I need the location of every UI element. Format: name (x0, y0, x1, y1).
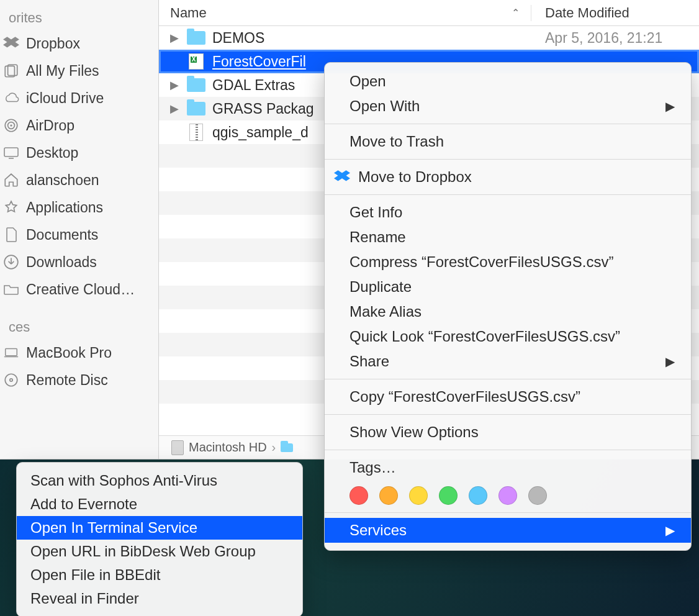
tag-color-dot[interactable] (350, 486, 368, 505)
zip-file-icon (189, 124, 203, 141)
tag-color-dot[interactable] (498, 486, 517, 505)
sidebar-item-all-files[interactable]: All My Files (0, 57, 158, 84)
column-header-date[interactable]: Date Modified (531, 5, 699, 21)
sidebar-item-label: Downloads (26, 254, 152, 271)
svg-rect-7 (6, 349, 17, 356)
tag-color-row (325, 480, 691, 507)
laptop-icon (2, 344, 20, 361)
sidebar-item-folder[interactable]: Creative Cloud… (0, 276, 158, 303)
sidebar-item-label: Creative Cloud… (26, 281, 152, 298)
chevron-right-icon: ▶ (665, 99, 675, 114)
menu-separator (325, 124, 691, 124)
hard-disk-icon (171, 440, 184, 455)
tag-color-dot[interactable] (379, 486, 398, 505)
menu-separator (325, 159, 691, 160)
ctx-open-with[interactable]: Open With▶ (325, 94, 691, 119)
ctx-copy[interactable]: Copy “ForestCoverFilesUSGS.csv” (325, 384, 691, 409)
column-header-name[interactable]: Name ⌃ (159, 5, 531, 21)
disclosure-triangle-icon[interactable]: ▶ (170, 78, 186, 92)
ctx-services[interactable]: Services▶ (325, 518, 691, 543)
apps-icon (2, 199, 20, 216)
service-item[interactable]: Reveal in Finder (17, 587, 302, 610)
downloads-icon (2, 253, 20, 271)
sort-ascending-icon: ⌃ (512, 7, 520, 19)
disclosure-triangle-icon[interactable]: ▶ (170, 31, 186, 45)
sidebar-item-home[interactable]: alanschoen (0, 166, 158, 194)
tag-color-dot[interactable] (439, 486, 458, 505)
airdrop-icon (2, 117, 20, 134)
all-files-icon (2, 62, 20, 79)
sidebar: orites DropboxAll My FilesiCloud DriveAi… (0, 0, 159, 459)
ctx-move-to-trash[interactable]: Move to Trash (325, 129, 691, 154)
tag-color-dot[interactable] (528, 486, 547, 505)
file-date-label: Apr 5, 2016, 21:21 (531, 30, 699, 47)
service-item[interactable]: Open URL in BibDesk Web Group (17, 540, 302, 563)
docs-icon (2, 226, 20, 243)
menu-separator (325, 450, 691, 450)
service-item[interactable]: Scan with Sophos Anti-Virus (17, 469, 302, 492)
dropbox-icon (333, 170, 351, 184)
sidebar-item-label: Applications (26, 199, 152, 216)
menu-separator (325, 194, 691, 195)
sidebar-item-label: Desktop (26, 145, 152, 161)
context-menu: Open Open With▶ Move to Trash Move to Dr… (324, 62, 692, 551)
service-item[interactable]: Open In Terminal Service (17, 516, 302, 540)
ctx-quick-look[interactable]: Quick Look “ForestCoverFilesUSGS.csv” (325, 324, 691, 349)
ctx-duplicate[interactable]: Duplicate (325, 274, 691, 299)
services-submenu: Scan with Sophos Anti-VirusAdd to Everno… (16, 462, 303, 616)
ctx-move-to-dropbox[interactable]: Move to Dropbox (325, 165, 691, 189)
disc-icon (2, 371, 20, 389)
sidebar-item-apps[interactable]: Applications (0, 194, 158, 221)
ctx-share[interactable]: Share▶ (325, 349, 691, 374)
svg-point-4 (10, 124, 12, 126)
folder-icon (2, 281, 20, 298)
sidebar-item-label: Dropbox (26, 35, 152, 52)
menu-separator (325, 512, 691, 513)
chevron-right-icon: ▶ (665, 354, 675, 369)
desktop-icon (2, 144, 20, 161)
svg-point-8 (5, 374, 17, 386)
home-icon (2, 171, 20, 189)
sidebar-item-label: alanschoen (26, 172, 152, 189)
svg-rect-5 (4, 148, 18, 156)
ctx-tags-label: Tags… (325, 455, 691, 480)
folder-icon (187, 78, 205, 92)
chevron-right-icon: ▶ (665, 523, 675, 538)
sidebar-item-laptop[interactable]: MacBook Pro (0, 339, 158, 366)
file-row[interactable]: ▶DEMOSApr 5, 2016, 21:21 (159, 26, 699, 50)
svg-point-9 (10, 379, 12, 381)
menu-separator (325, 379, 691, 379)
icloud-icon (2, 89, 20, 107)
sidebar-item-label: Remote Disc (26, 372, 152, 389)
disclosure-triangle-icon[interactable]: ▶ (170, 102, 186, 116)
columns-header: Name ⌃ Date Modified (159, 0, 699, 26)
sidebar-item-label: MacBook Pro (26, 345, 152, 361)
service-item[interactable]: Add to Evernote (17, 492, 302, 516)
sidebar-item-label: AirDrop (26, 117, 152, 134)
service-item[interactable]: Open File in BBEdit (17, 563, 302, 587)
sidebar-item-label: iCloud Drive (26, 90, 152, 107)
sidebar-item-desktop[interactable]: Desktop (0, 139, 158, 166)
sidebar-section-favorites: orites (0, 4, 158, 30)
dropbox-icon (2, 35, 20, 52)
sidebar-item-icloud[interactable]: iCloud Drive (0, 84, 158, 112)
path-bar-disk-label: Macintosh HD (189, 440, 267, 455)
ctx-open[interactable]: Open (325, 69, 691, 94)
sidebar-item-downloads[interactable]: Downloads (0, 248, 158, 276)
sidebar-item-dropbox[interactable]: Dropbox (0, 30, 158, 57)
sidebar-item-airdrop[interactable]: AirDrop (0, 112, 158, 139)
sidebar-item-docs[interactable]: Documents (0, 221, 158, 248)
ctx-get-info[interactable]: Get Info (325, 200, 691, 225)
menu-separator (325, 414, 691, 415)
column-header-name-label: Name (170, 5, 207, 21)
file-name-label: DEMOS (212, 30, 531, 47)
sidebar-item-disc[interactable]: Remote Disc (0, 366, 158, 394)
tag-color-dot[interactable] (469, 486, 487, 505)
tag-color-dot[interactable] (409, 486, 428, 505)
ctx-make-alias[interactable]: Make Alias (325, 299, 691, 324)
ctx-rename[interactable]: Rename (325, 225, 691, 250)
sidebar-item-label: All My Files (26, 63, 152, 79)
ctx-compress[interactable]: Compress “ForestCoverFilesUSGS.csv” (325, 250, 691, 274)
sidebar-section-devices: ces (0, 313, 158, 339)
ctx-show-view-options[interactable]: Show View Options (325, 420, 691, 445)
